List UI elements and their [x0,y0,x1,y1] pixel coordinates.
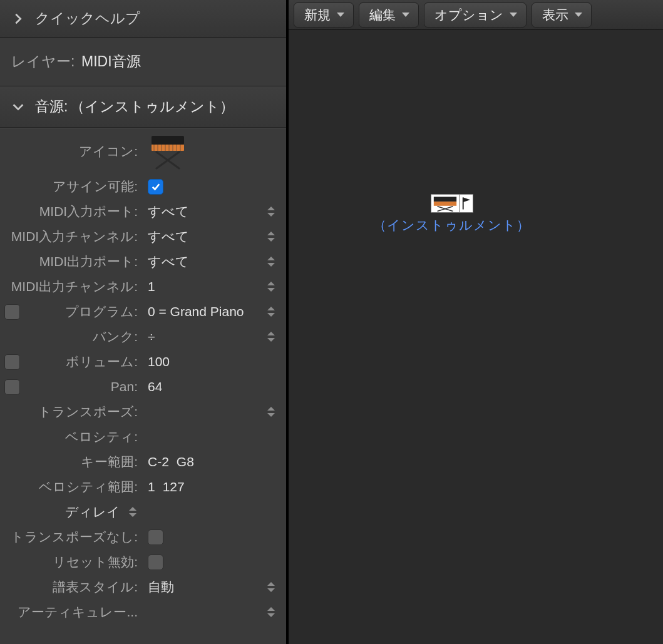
stepper-icon[interactable] [267,304,276,319]
reset-disable-checkbox[interactable] [148,555,163,570]
no-transpose-label: トランスポーズなし: [0,528,141,546]
prop-key-range[interactable]: キー範囲: C-2G8 [0,449,286,474]
prop-no-transpose: トランスポーズなし: [0,524,286,549]
svg-rect-1 [152,145,184,151]
instrument-section-header[interactable]: 音源: （インストゥルメント） [0,86,286,128]
prop-icon-value[interactable] [141,133,286,170]
prop-staff-style[interactable]: 譜表スタイル: 自動 [0,575,286,600]
chevron-down-icon [575,13,582,17]
svg-rect-0 [152,136,184,145]
workspace-toolbar: 新規 編集 オプション 表示 [289,0,663,30]
menu-new[interactable]: 新規 [294,3,354,28]
instrument-node-label: （インストゥルメント） [373,217,530,234]
articulation-label: アーティキュレー... [0,603,141,621]
workspace: 新規 編集 オプション 表示 [289,0,663,644]
staff-style-label: 譜表スタイル: [0,578,141,596]
prop-icon-label: アイコン: [24,143,141,160]
midi-in-port-label: MIDI入力ポート: [0,203,141,220]
midi-in-port-value: すべて [148,203,189,220]
prop-velocity[interactable]: ベロシティ: [0,424,286,449]
stepper-icon[interactable] [267,605,276,620]
program-value: 0 = Grand Piano [148,304,244,319]
key-range-label: キー範囲: [24,453,141,471]
program-checkbox[interactable] [4,304,20,320]
chevron-down-icon [402,13,409,17]
midi-in-ch-value: すべて [148,228,189,245]
midi-out-ch-label: MIDI出力チャンネル: [0,278,141,295]
prop-assignable: アサイン可能: [0,174,286,199]
menu-view[interactable]: 表示 [532,3,592,28]
key-range-low: C-2 [148,454,169,469]
menu-options-label: オプション [434,6,503,24]
volume-checkbox[interactable] [4,354,20,370]
svg-marker-17 [463,197,470,202]
no-transpose-checkbox[interactable] [148,529,163,545]
delay-label: ディレイ [65,503,124,521]
quick-help-label: クイックヘルプ [35,9,140,28]
section-label: 音源: [35,97,68,116]
chevron-down-icon [510,13,517,17]
svg-rect-12 [433,197,456,202]
prop-pan[interactable]: Pan: 64 [0,374,286,399]
midi-out-port-label: MIDI出力ポート: [0,253,141,270]
prop-volume[interactable]: ボリューム: 100 [0,349,286,374]
prop-midi-out-port[interactable]: MIDI出力ポート: すべて [0,249,286,274]
velocity-label: ベロシティ: [24,428,141,446]
menu-view-label: 表示 [542,6,568,24]
flag-icon [460,194,473,213]
quick-help-header[interactable]: クイックヘルプ [0,0,286,38]
prop-midi-in-port[interactable]: MIDI入力ポート: すべて [0,199,286,224]
prop-assignable-label: アサイン可能: [24,178,141,195]
prop-transpose[interactable]: トランスポーズ: [0,399,286,424]
pan-checkbox[interactable] [4,379,20,395]
synth-on-stand-icon [148,133,188,170]
menu-edit[interactable]: 編集 [359,3,419,28]
menu-options[interactable]: オプション [424,3,527,28]
layer-row[interactable]: レイヤー: MIDI音源 [0,38,286,86]
bank-label: バンク: [24,328,141,345]
instrument-node[interactable]: （インストゥルメント） [373,194,530,234]
prop-bank[interactable]: バンク: ÷ [0,324,286,349]
program-label: プログラム: [24,303,141,320]
chevron-down-icon [11,100,25,114]
prop-program[interactable]: プログラム: 0 = Grand Piano [0,299,286,324]
section-value: （インストゥルメント） [70,97,234,116]
midi-out-port-value: すべて [148,253,189,270]
key-range-high: G8 [177,454,194,469]
bank-value: ÷ [148,329,155,344]
prop-articulation[interactable]: アーティキュレー... [0,600,286,625]
prop-midi-out-ch[interactable]: MIDI出力チャンネル: 1 [0,274,286,299]
svg-rect-13 [433,202,456,206]
inspector-panel: クイックヘルプ レイヤー: MIDI音源 音源: （インストゥルメント） アイコ… [0,0,289,644]
midi-in-ch-label: MIDI入力チャンネル: [0,228,141,245]
prop-delay[interactable]: ディレイ [0,499,286,524]
prop-vel-range[interactable]: ベロシティ範囲: 1127 [0,474,286,499]
stepper-icon[interactable] [267,279,276,294]
pan-label: Pan: [24,379,141,394]
layer-value: MIDI音源 [81,52,141,71]
volume-label: ボリューム: [24,353,141,371]
stepper-icon[interactable] [267,204,276,219]
chevron-right-icon [11,12,25,26]
stepper-icon[interactable] [267,229,276,244]
prop-reset-disable: リセット無効: [0,549,286,575]
stepper-icon[interactable] [267,404,276,419]
menu-new-label: 新規 [304,6,331,24]
assignable-checkbox[interactable] [148,179,163,195]
synth-icon [431,194,460,213]
layer-label: レイヤー: [11,52,81,71]
staff-style-value: 自動 [148,578,174,596]
stepper-icon[interactable] [129,504,138,519]
vel-range-label: ベロシティ範囲: [24,478,141,496]
vel-range-high: 127 [163,479,185,494]
midi-out-ch-value: 1 [148,279,155,294]
vel-range-low: 1 [148,479,155,494]
environment-canvas[interactable]: （インストゥルメント） [289,30,663,644]
reset-disable-label: リセット無効: [0,553,141,571]
stepper-icon[interactable] [267,329,276,344]
prop-icon: アイコン: [0,128,286,174]
prop-midi-in-ch[interactable]: MIDI入力チャンネル: すべて [0,224,286,249]
stepper-icon[interactable] [267,580,276,595]
volume-value: 100 [148,354,170,369]
stepper-icon[interactable] [267,254,276,269]
